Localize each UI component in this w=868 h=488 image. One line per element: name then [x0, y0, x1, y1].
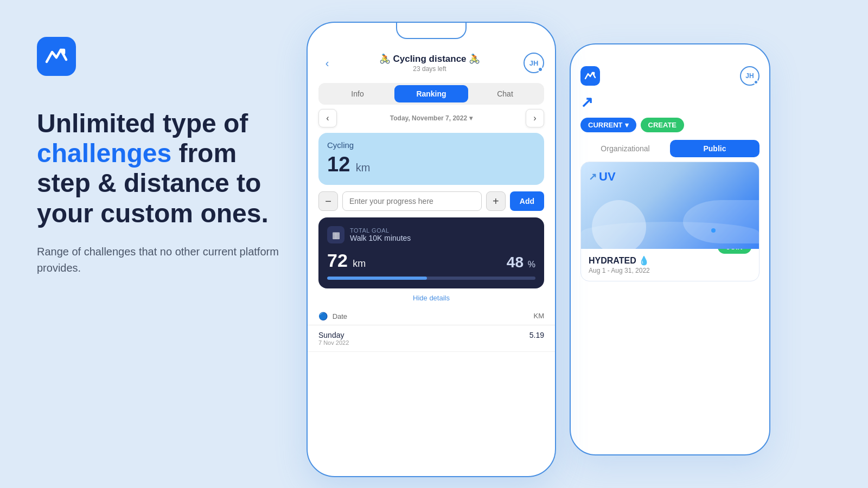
goal-card: ▦ Total goal Walk 10K minutes 72 km 48 %	[318, 217, 544, 288]
subtext: Range of challenges that no other curren…	[37, 243, 303, 276]
current-date: Today, November 7, 2022 ▾	[390, 114, 473, 122]
goal-pct-value: 48 %	[507, 254, 535, 271]
user-avatar[interactable]: JH	[524, 53, 544, 73]
phone2-header: JH	[571, 61, 769, 91]
date-col-header: 🔵 Date	[318, 312, 347, 320]
table-row-date: Sunday 7 Nov 2022	[318, 331, 349, 346]
challenge-visual: ↗ UV	[581, 162, 759, 249]
tab-chat[interactable]: Chat	[468, 85, 542, 102]
headline: Unlimited type of challenges fromstep & …	[37, 108, 303, 228]
increment-button[interactable]: +	[486, 191, 506, 211]
phone1-content: ‹ 🚴 Cycling distance 🚴 23 days left JH I…	[308, 23, 555, 476]
cycling-value: 12 km	[327, 153, 535, 176]
next-date-button[interactable]: ›	[526, 109, 544, 127]
challenge-card: ↗ UV HYDRATED 💧 Aug 1 - Aug 31, 2022 JOI…	[580, 162, 760, 281]
filter-row: CURRENT ▾ CREATE	[571, 113, 769, 137]
phone2-content: JH ↗ CURRENT ▾ CREATE Organizational Pub…	[571, 44, 769, 454]
phone1-notch	[396, 23, 467, 39]
challenge-type-visual: ↗ UV	[589, 170, 616, 184]
app-logo	[37, 37, 76, 76]
back-button[interactable]: ‹	[318, 54, 336, 72]
visual-dot	[711, 228, 716, 233]
table-row: Sunday 7 Nov 2022 5.19	[308, 325, 555, 352]
current-filter-button[interactable]: CURRENT ▾	[580, 118, 636, 132]
table-header: 🔵 Date KM	[308, 307, 555, 325]
goal-km-unit: km	[353, 258, 366, 269]
cycling-card: Cycling 12 km	[318, 133, 544, 185]
trending-up-icon: ↗	[580, 93, 593, 111]
prev-date-button[interactable]: ‹	[318, 109, 337, 127]
challenge-title: 🚴 Cycling distance 🚴	[379, 53, 481, 65]
goal-km-value: 72 km	[327, 250, 366, 271]
row-km: 5.19	[529, 331, 544, 346]
challenge-name: HYDRATED 💧	[589, 255, 650, 266]
phone2-avatar-dot	[754, 80, 758, 85]
calendar-icon: 🔵	[318, 312, 328, 320]
uv-label: UV	[599, 170, 616, 184]
phone1-frame: ‹ 🚴 Cycling distance 🚴 23 days left JH I…	[307, 22, 556, 477]
phone2-logo	[580, 66, 600, 86]
phone2-avatar[interactable]: JH	[740, 66, 760, 86]
goal-name: Walk 10K minutes	[350, 234, 411, 242]
progress-bar	[327, 277, 535, 280]
add-button[interactable]: Add	[510, 191, 544, 211]
phone2-logo-icon	[584, 70, 596, 82]
row-date: 7 Nov 2022	[318, 339, 349, 346]
row-day: Sunday	[318, 331, 349, 339]
goal-top: ▦ Total goal Walk 10K minutes	[327, 226, 535, 243]
logo-container	[37, 37, 76, 76]
goal-info: Total goal Walk 10K minutes	[350, 227, 411, 242]
challenge-date: Aug 1 - Aug 31, 2022	[589, 267, 650, 274]
tab-public[interactable]: Public	[670, 140, 760, 157]
progress-fill	[327, 277, 427, 280]
headline-line1: Unlimited type of	[37, 109, 248, 138]
current-chevron: ▾	[625, 121, 629, 129]
km-col-header: KM	[534, 312, 545, 320]
goal-pct-unit: %	[528, 260, 535, 269]
phone1-header: ‹ 🚴 Cycling distance 🚴 23 days left JH	[308, 47, 555, 79]
avatar-status-dot	[538, 67, 543, 72]
days-left: 23 days left	[379, 65, 481, 73]
total-goal-label: Total goal	[350, 227, 411, 234]
logo-icon	[44, 44, 68, 68]
progress-input[interactable]	[342, 191, 482, 211]
cycling-unit: km	[356, 162, 371, 174]
visual-wave	[581, 222, 759, 249]
tab-bar: Info Ranking Chat	[318, 83, 544, 105]
tab-info[interactable]: Info	[321, 85, 394, 102]
tab-organizational[interactable]: Organizational	[580, 140, 670, 157]
challenge-text: HYDRATED 💧 Aug 1 - Aug 31, 2022	[589, 255, 650, 274]
header-title: 🚴 Cycling distance 🚴 23 days left	[379, 53, 481, 73]
headline-highlight: challenges	[37, 139, 171, 168]
create-button[interactable]: CREATE	[641, 118, 684, 132]
date-chevron: ▾	[469, 114, 473, 122]
type-tab-bar: Organizational Public	[580, 140, 760, 157]
goal-stats: 72 km 48 %	[327, 250, 535, 271]
decrement-button[interactable]: −	[318, 191, 338, 211]
cycling-label: Cycling	[327, 140, 535, 150]
uv-icon: ↗	[589, 171, 597, 183]
challenge-info: HYDRATED 💧 Aug 1 - Aug 31, 2022 JOIN	[581, 249, 759, 281]
hide-details-link[interactable]: Hide details	[308, 294, 555, 302]
progress-input-row: − + Add	[318, 191, 544, 211]
goal-icon: ▦	[327, 226, 344, 243]
date-navigator: ‹ Today, November 7, 2022 ▾ ›	[318, 109, 544, 127]
left-text-block: Unlimited type of challenges fromstep & …	[37, 108, 303, 276]
tab-ranking[interactable]: Ranking	[394, 85, 468, 102]
phone2-frame: JH ↗ CURRENT ▾ CREATE Organizational Pub…	[570, 43, 770, 455]
